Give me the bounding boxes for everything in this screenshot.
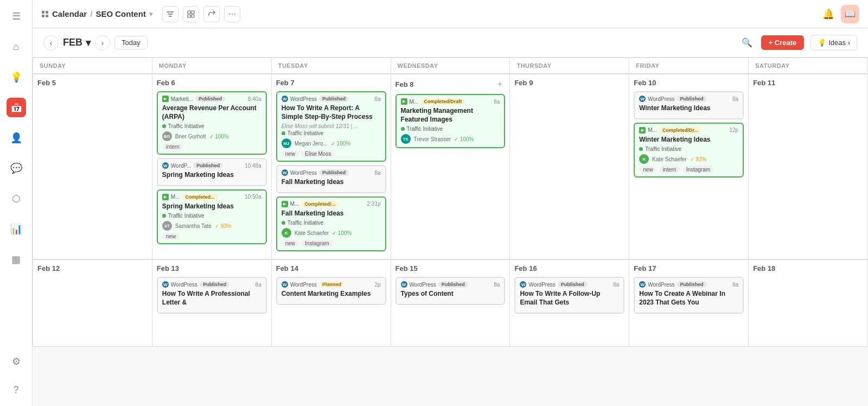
card-title: Fall Marketing Ideas bbox=[282, 210, 381, 218]
day-number-feb6: Feb 6 bbox=[157, 79, 267, 87]
day-number-feb8: Feb 8 + bbox=[395, 79, 506, 90]
tag: new bbox=[162, 233, 180, 240]
day-number-feb16: Feb 16 bbox=[514, 264, 624, 272]
time-label: 8a bbox=[374, 96, 380, 102]
time-label: 2:31p bbox=[367, 201, 381, 207]
event-card-fall-mktg-completed[interactable]: ▶ M... Completed/... 2:31p Fall Marketin… bbox=[276, 196, 386, 252]
bell-icon[interactable]: 🔔 bbox=[822, 8, 834, 20]
calendar-icon[interactable]: 📅 bbox=[7, 98, 26, 117]
view-button[interactable] bbox=[183, 6, 199, 22]
day-number-feb10: Feb 10 bbox=[634, 79, 744, 87]
time-label: 8a bbox=[374, 170, 380, 176]
prev-month-button[interactable]: ‹ bbox=[43, 35, 59, 50]
card-initiative: Traffic Initiative bbox=[639, 146, 738, 152]
wp-platform-icon: W bbox=[162, 281, 169, 288]
initiative-dot bbox=[282, 221, 285, 225]
card-initiative: Traffic Initiative bbox=[401, 126, 500, 132]
month-dropdown-icon[interactable]: ▾ bbox=[86, 37, 91, 49]
completion-percent: ✓ 100% bbox=[454, 136, 474, 142]
user-icon[interactable]: 👤 bbox=[7, 128, 26, 148]
add-event-button[interactable]: + bbox=[494, 79, 505, 90]
event-card-webinar-2023[interactable]: W WordPress Published 8a How To Create A… bbox=[634, 277, 744, 313]
status-badge: Published bbox=[677, 96, 707, 102]
calendar-header: ‹ FEB ▾ › Today 🔍 + Create 💡 Ideas › bbox=[33, 28, 868, 58]
wp-platform-icon: W bbox=[282, 96, 288, 102]
card-initiative: Traffic Initiative bbox=[162, 123, 261, 129]
card-title: Fall Marketing Ideas bbox=[282, 178, 381, 187]
filter-button[interactable] bbox=[162, 6, 178, 22]
event-card-arpa[interactable]: ▶ Marketi... Published 8:40a Average Rev… bbox=[157, 91, 267, 155]
dropdown-icon: ▾ bbox=[149, 10, 152, 18]
card-title: Average Revenue Per Account (ARPA) bbox=[162, 104, 261, 121]
card-tags: new Instagram bbox=[282, 240, 381, 247]
event-card-professional-letter[interactable]: W WordPress Published 8a How To Write A … bbox=[157, 277, 267, 313]
event-card-winter-mktg-wp[interactable]: W WordPress Published 8a Winter Marketin… bbox=[634, 91, 744, 119]
book-icon[interactable]: 📖 bbox=[841, 5, 859, 23]
event-card-winter-mktg-completed[interactable]: ▶ M... Completed/Dr... 12p Winter Market… bbox=[634, 123, 744, 178]
time-label: 8:40a bbox=[248, 96, 261, 102]
svg-rect-7 bbox=[192, 15, 194, 17]
status-badge: Published bbox=[438, 281, 468, 288]
completion-percent: ✓ 93% bbox=[215, 223, 232, 229]
day-number-feb15: Feb 15 bbox=[395, 264, 506, 272]
completion-percent: ✓ 100% bbox=[331, 141, 350, 147]
event-card-spring-mktg-completed[interactable]: ▶ M... Completed... 10:50a Spring Market… bbox=[157, 189, 267, 245]
bulb-icon[interactable]: 💡 bbox=[7, 67, 26, 87]
day-header-thursday: THURSDAY bbox=[510, 58, 629, 74]
platform-label: M... bbox=[648, 127, 657, 133]
menu-icon[interactable]: ☰ bbox=[7, 7, 26, 26]
breadcrumb: Calendar / SEO Content ▾ bbox=[41, 9, 152, 18]
day-feb10: Feb 10 W WordPress Published 8a Winter M… bbox=[629, 74, 749, 259]
topbar: Calendar / SEO Content ▾ ⋯ 🔔 📖 bbox=[33, 0, 868, 28]
calendar-nav: ‹ FEB ▾ › Today bbox=[43, 35, 148, 50]
day-feb14: Feb 14 W WordPress Planned 2p Content Ma… bbox=[272, 260, 391, 347]
platform-label: WordPress bbox=[171, 282, 197, 288]
search-button[interactable]: 🔍 bbox=[739, 35, 755, 50]
day-number-feb7: Feb 7 bbox=[276, 79, 386, 87]
create-button[interactable]: + Create bbox=[761, 35, 805, 50]
card-initiative: Traffic Initiative bbox=[282, 220, 381, 226]
topbar-actions: ⋯ bbox=[162, 6, 240, 22]
status-badge: Completed/Draft bbox=[420, 98, 465, 105]
help-icon[interactable]: ? bbox=[7, 380, 26, 399]
platform-label: M... bbox=[171, 194, 180, 200]
event-card-content-marketing-examples[interactable]: W WordPress Planned 2p Content Marketing… bbox=[276, 277, 386, 305]
share-icon[interactable]: ⬡ bbox=[7, 189, 26, 208]
day-header-sunday: SUNDAY bbox=[33, 58, 152, 74]
card-title: How To Write A Follow-Up Email That Gets bbox=[520, 290, 619, 307]
svg-rect-2 bbox=[42, 15, 44, 17]
more-button[interactable]: ⋯ bbox=[224, 6, 240, 22]
event-card-spring-mktg-wp[interactable]: W WordP... Published 10:48a Spring Marke… bbox=[157, 158, 267, 186]
event-card-types-of-content[interactable]: W WordPress Published 8a Types of Conten… bbox=[395, 277, 506, 305]
time-label: 8a bbox=[494, 99, 500, 105]
event-card-followup-email[interactable]: W WordPress Published 8a How To Write A … bbox=[514, 277, 624, 313]
settings-icon[interactable]: ⚙ bbox=[7, 352, 26, 371]
tag: new bbox=[639, 166, 656, 173]
ideas-button[interactable]: 💡 Ideas › bbox=[810, 35, 857, 50]
assignee-avatar: K bbox=[282, 228, 291, 238]
today-button[interactable]: Today bbox=[114, 36, 148, 49]
home-icon[interactable]: ⌂ bbox=[7, 37, 26, 56]
status-badge: Published bbox=[677, 281, 707, 288]
chart-icon[interactable]: 📊 bbox=[7, 219, 26, 239]
event-card-fall-mktg-wp[interactable]: W WordPress Published 8a Fall Marketing … bbox=[276, 165, 386, 193]
day-feb13: Feb 13 W WordPress Published 8a How To W… bbox=[152, 260, 272, 347]
tag: Instagram bbox=[301, 240, 333, 247]
day-feb9: Feb 9 bbox=[510, 74, 629, 259]
day-number-feb17: Feb 17 bbox=[634, 264, 744, 272]
share-button[interactable] bbox=[203, 6, 220, 22]
card-tags: intern bbox=[162, 143, 261, 150]
wp-platform-icon: W bbox=[282, 169, 288, 176]
card-tags: new bbox=[162, 233, 261, 240]
next-month-button[interactable]: › bbox=[95, 35, 110, 50]
event-card-mktg-mgmt-featured[interactable]: ▶ M... Completed/Draft 8a Marketing Mana… bbox=[395, 94, 506, 148]
day-header-wednesday: WEDNESDAY bbox=[391, 58, 510, 74]
svg-rect-4 bbox=[188, 11, 190, 14]
calendar-header-right: 🔍 + Create 💡 Ideas › bbox=[739, 35, 857, 50]
chat-icon[interactable]: 💬 bbox=[7, 158, 26, 178]
card-meta: BG Brier Gurholt ✓ 100% bbox=[162, 131, 261, 141]
event-card-how-to-write-report[interactable]: W WordPress Published 8a How To Write A … bbox=[276, 91, 386, 162]
card-title: Spring Marketing Ideas bbox=[162, 202, 261, 211]
card-title: How To Write A Report: A Simple Step-By-… bbox=[282, 104, 381, 121]
grid-icon[interactable]: ▦ bbox=[7, 250, 26, 269]
